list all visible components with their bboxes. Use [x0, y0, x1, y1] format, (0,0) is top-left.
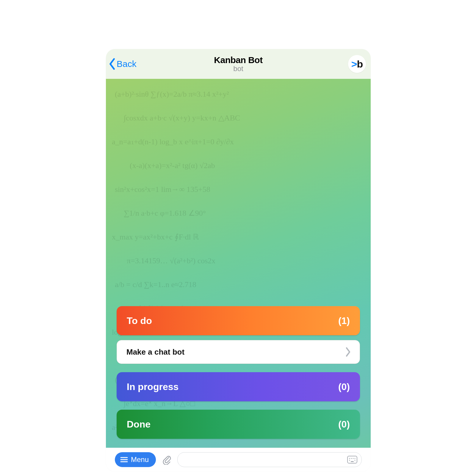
- paperclip-icon: [162, 455, 171, 465]
- chat-title[interactable]: Kanban Bot: [214, 55, 262, 65]
- input-bar: Menu: [106, 448, 371, 472]
- chat-body[interactable]: (a+b)²·sinθ ∑ƒ(x)=2a/b π≈3.14 x²+y² ∫cos…: [106, 79, 371, 448]
- avatar-prefix: >: [351, 58, 357, 70]
- menu-button[interactable]: Menu: [115, 452, 156, 467]
- svg-point-20: [351, 458, 352, 459]
- chat-header: Back Kanban Bot bot >b: [106, 49, 371, 79]
- svg-text:(a+b)²·sinθ  ∑ƒ(x)=2a/b  π≈3.1: (a+b)²·sinθ ∑ƒ(x)=2a/b π≈3.14 x²+y²: [115, 90, 229, 98]
- back-label: Back: [117, 59, 137, 69]
- board-header-todo[interactable]: To do (1): [117, 306, 360, 335]
- chat-subtitle: bot: [214, 65, 262, 73]
- keyboard-icon[interactable]: [347, 456, 357, 464]
- board-count: (0): [338, 381, 350, 392]
- svg-text:π=3.14159…   √(a²+b²)   cos2x: π=3.14159… √(a²+b²) cos2x: [127, 256, 215, 265]
- attach-button[interactable]: [161, 454, 173, 466]
- svg-text:∫cosxdx  a+b·c  √(x+y)  y=kx+n: ∫cosxdx a+b·c √(x+y) y=kx+n △ABC: [123, 114, 240, 123]
- task-title: Make a chat bot: [126, 347, 184, 357]
- board-label: Done: [127, 419, 151, 430]
- board-count: (0): [338, 419, 350, 430]
- svg-rect-25: [351, 461, 354, 462]
- board-count: (1): [338, 315, 350, 326]
- chevron-left-icon: [108, 58, 116, 70]
- kanban-message: To do (1) Make a chat bot In progress (0…: [106, 306, 371, 439]
- board-label: To do: [127, 315, 152, 326]
- board-header-inprogress[interactable]: In progress (0): [117, 372, 360, 401]
- svg-point-22: [354, 458, 355, 459]
- svg-rect-18: [347, 456, 357, 463]
- chevron-right-icon: [345, 347, 351, 357]
- message-input[interactable]: [184, 456, 347, 464]
- board-label: In progress: [127, 381, 178, 392]
- board-header-done[interactable]: Done (0): [117, 410, 360, 439]
- svg-point-23: [349, 460, 350, 461]
- app-window: Back Kanban Bot bot >b (a+b)²·sinθ ∑ƒ(x)…: [106, 49, 371, 472]
- back-button[interactable]: Back: [108, 58, 137, 70]
- message-input-wrap[interactable]: [177, 452, 362, 467]
- avatar-text: b: [357, 58, 363, 70]
- svg-text:∑1/n   a·b+c   φ=1.618   ∠90°: ∑1/n a·b+c φ=1.618 ∠90°: [124, 209, 206, 217]
- svg-text:(x-a)(x+a)=x²-a²   tg(α)   √2a: (x-a)(x+a)=x²-a² tg(α) √2ab: [130, 161, 215, 170]
- bot-avatar[interactable]: >b: [348, 55, 366, 73]
- svg-text:a_n=a₁+d(n-1)  log_b x  e^iπ+1: a_n=a₁+d(n-1) log_b x e^iπ+1=0 ∂y/∂x: [112, 137, 234, 146]
- svg-text:sin²x+cos²x=1   lim→∞   135+58: sin²x+cos²x=1 lim→∞ 135+58: [115, 185, 210, 194]
- task-card[interactable]: Make a chat bot: [117, 340, 360, 364]
- svg-text:a/b = c/d   ∑k=1..n   e≈2.718: a/b = c/d ∑k=1..n e≈2.718: [115, 280, 196, 289]
- svg-point-24: [354, 460, 355, 461]
- menu-label: Menu: [131, 455, 149, 464]
- svg-text:x_max   y=ax²+bx+c   ∮F·dl   ℝ: x_max y=ax²+bx+c ∮F·dl ℝ: [112, 233, 199, 241]
- svg-point-19: [349, 458, 350, 459]
- menu-icon: [120, 457, 128, 463]
- svg-point-21: [353, 458, 353, 459]
